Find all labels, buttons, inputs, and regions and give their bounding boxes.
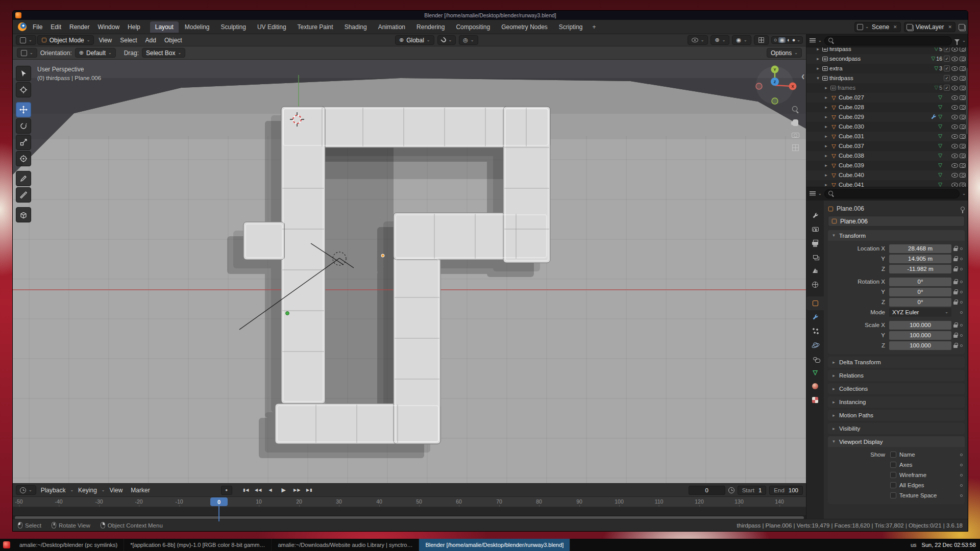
disable-render-icon[interactable] bbox=[960, 66, 966, 71]
snapping-dropdown[interactable]: ⌄ bbox=[437, 35, 456, 45]
overlays-dropdown[interactable]: ◉⌄ bbox=[732, 35, 751, 45]
show-name-checkbox[interactable] bbox=[890, 452, 896, 458]
outliner-editor-icon[interactable] bbox=[810, 38, 816, 43]
menu-file[interactable]: File bbox=[29, 21, 46, 33]
animate-dot[interactable] bbox=[960, 247, 963, 250]
chevron-down-icon[interactable]: ⌄ bbox=[818, 192, 822, 196]
properties-tab-world[interactable] bbox=[806, 278, 824, 291]
outliner-row-frames[interactable]: ▸ frames ▽5 ✓ bbox=[806, 83, 968, 93]
play-reverse-button[interactable]: ◀ bbox=[265, 486, 276, 495]
tab-scripting[interactable]: Scripting bbox=[554, 21, 588, 33]
shading-material-button[interactable]: ◐ bbox=[787, 37, 791, 43]
scale-x-field[interactable]: 100.000 bbox=[889, 321, 951, 330]
lock-icon[interactable] bbox=[953, 256, 958, 262]
expand-caret-icon[interactable]: ▸ bbox=[823, 105, 829, 110]
outliner-row-cube-039[interactable]: ▸ ▽ Cube.039 ▽ bbox=[806, 161, 968, 170]
taskbar-app-icon[interactable] bbox=[3, 541, 10, 548]
expand-caret-icon[interactable]: ▸ bbox=[823, 183, 829, 187]
exclude-checkbox[interactable]: ✓ bbox=[944, 75, 950, 81]
section-transform-header[interactable]: ▾ Transform bbox=[828, 230, 965, 241]
outliner-row-cube-031[interactable]: ▸ ▽ Cube.031 ▽ bbox=[806, 132, 968, 141]
show-all-edges-checkbox[interactable] bbox=[890, 482, 896, 488]
properties-tab-material[interactable] bbox=[806, 379, 824, 393]
hide-eye-icon[interactable] bbox=[951, 76, 958, 81]
viewlayer-remove-button[interactable]: ✕ bbox=[947, 24, 953, 30]
menu-help[interactable]: Help bbox=[124, 21, 144, 33]
menu-view-timeline[interactable]: View bbox=[106, 487, 127, 494]
chevron-down-icon[interactable]: ⌄ bbox=[865, 25, 869, 29]
new-viewlayer-button[interactable] bbox=[959, 24, 965, 30]
properties-tab-object[interactable] bbox=[806, 296, 824, 310]
add-workspace-button[interactable]: + bbox=[589, 21, 600, 33]
tab-sculpting[interactable]: Sculpting bbox=[216, 21, 251, 33]
annotate-tool[interactable] bbox=[16, 171, 31, 186]
measure-tool[interactable] bbox=[16, 187, 31, 203]
add-cube-tool[interactable] bbox=[16, 207, 31, 222]
auto-keying-button[interactable]: ● bbox=[221, 486, 232, 495]
menu-window[interactable]: Window bbox=[93, 21, 124, 33]
animate-dot[interactable] bbox=[960, 324, 963, 327]
disable-render-icon[interactable] bbox=[960, 183, 966, 187]
menu-select[interactable]: Select bbox=[116, 37, 140, 44]
expand-caret-icon[interactable]: ▸ bbox=[823, 144, 829, 148]
tab-shading[interactable]: Shading bbox=[339, 21, 372, 33]
section-instancing[interactable]: ▸Instancing bbox=[828, 396, 965, 408]
menu-render[interactable]: Render bbox=[65, 21, 93, 33]
hide-eye-icon[interactable] bbox=[951, 154, 958, 158]
properties-tab-scene[interactable] bbox=[806, 264, 824, 278]
hide-eye-icon[interactable] bbox=[951, 134, 958, 139]
location-y-field[interactable]: 14.905 m bbox=[889, 255, 951, 263]
start-frame-field[interactable]: Start1 bbox=[738, 486, 767, 495]
outliner-scrollbar[interactable] bbox=[966, 68, 968, 134]
scene-unlink-button[interactable]: ✕ bbox=[892, 24, 898, 30]
exclude-checkbox[interactable]: ✓ bbox=[944, 56, 950, 62]
hide-eye-icon[interactable] bbox=[951, 115, 958, 119]
lock-icon[interactable] bbox=[953, 322, 958, 328]
window-titlebar[interactable]: Blender [/home/amalie/Desktop/blender/ru… bbox=[13, 11, 968, 20]
menu-edit[interactable]: Edit bbox=[46, 21, 65, 33]
outliner-row-cube-040[interactable]: ▸ ▽ Cube.040 ▽ bbox=[806, 170, 968, 180]
visibility-dropdown[interactable]: ⌄ bbox=[688, 35, 708, 45]
play-button[interactable]: ▶ bbox=[277, 486, 290, 495]
animate-dot[interactable] bbox=[960, 464, 963, 466]
transform-orientation-dropdown[interactable]: ⊕ Global ⌄ bbox=[395, 35, 434, 45]
section-motion-paths[interactable]: ▸Motion Paths bbox=[828, 410, 965, 421]
expand-caret-icon[interactable]: ▸ bbox=[823, 124, 829, 129]
properties-tab-tool[interactable] bbox=[806, 209, 824, 222]
scene-selector[interactable]: ⌄ Scene ✕ bbox=[854, 22, 900, 32]
taskbar-item-downloads[interactable]: amalie:~/Downloads/Website audio Library… bbox=[272, 539, 419, 551]
animate-dot[interactable] bbox=[960, 484, 963, 487]
scale-z-field[interactable]: 100.000 bbox=[889, 341, 951, 350]
outliner-row-cube-041[interactable]: ▸ ▽ Cube.041 ▽ bbox=[806, 180, 968, 187]
lock-icon[interactable] bbox=[953, 299, 958, 305]
end-frame-field[interactable]: End100 bbox=[769, 486, 803, 495]
rotation-x-field[interactable]: 0° bbox=[889, 278, 951, 286]
properties-tab-modifiers[interactable] bbox=[806, 310, 824, 324]
menu-add[interactable]: Add bbox=[142, 37, 160, 44]
show-texture-space-checkbox[interactable] bbox=[890, 492, 896, 498]
expand-caret-icon[interactable]: ▸ bbox=[823, 154, 829, 158]
exclude-checkbox[interactable]: ✓ bbox=[944, 85, 950, 91]
exclude-checkbox[interactable]: ✓ bbox=[944, 65, 950, 71]
lock-icon[interactable] bbox=[953, 289, 958, 295]
collapse-region-icon[interactable]: ❮ bbox=[801, 74, 805, 79]
collapse-caret-icon[interactable]: ▾ bbox=[815, 76, 821, 81]
hide-eye-icon[interactable] bbox=[951, 47, 958, 52]
lock-icon[interactable] bbox=[953, 333, 958, 338]
hide-eye-icon[interactable] bbox=[951, 105, 958, 110]
disable-render-icon[interactable] bbox=[960, 134, 966, 139]
timeline-track[interactable] bbox=[13, 507, 806, 515]
3d-viewport-canvas[interactable]: Y X Z User Perspective (0) thirdpass | P… bbox=[13, 60, 806, 483]
disable-render-icon[interactable] bbox=[960, 163, 966, 168]
chevron-down-icon[interactable]: ⌄ bbox=[797, 38, 800, 42]
hide-eye-icon[interactable] bbox=[951, 173, 958, 178]
hide-eye-icon[interactable] bbox=[951, 183, 958, 187]
shading-rendered-button[interactable]: ● bbox=[792, 37, 796, 43]
outliner-row-firstpass[interactable]: ▸ firstpass ▽5 ✓ bbox=[806, 47, 968, 54]
menu-keying[interactable]: Keying bbox=[75, 487, 101, 494]
animate-dot[interactable] bbox=[960, 281, 963, 283]
taskbar-item-terminal[interactable]: amalie:~/Desktop/blender (pc symlinks) bbox=[13, 539, 124, 551]
hide-eye-icon[interactable] bbox=[951, 57, 958, 61]
section-viewport-display-header[interactable]: ▾ Viewport Display bbox=[828, 436, 965, 447]
menu-playback[interactable]: Playback bbox=[37, 487, 69, 494]
